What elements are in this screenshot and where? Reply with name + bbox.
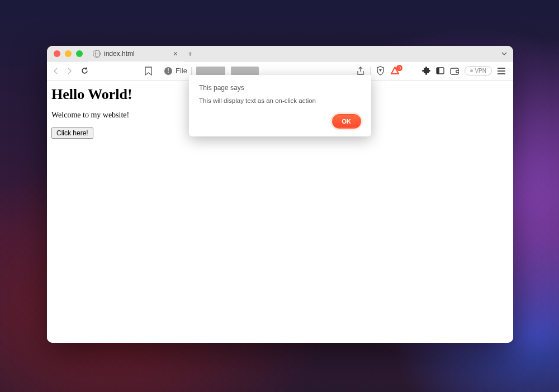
brave-rewards-icon[interactable]: 0 <box>390 67 400 75</box>
share-icon[interactable] <box>357 67 364 75</box>
minimize-window-button[interactable] <box>65 50 72 57</box>
window-controls <box>54 50 83 57</box>
brave-badge: 0 <box>396 65 402 71</box>
site-info-icon[interactable]: ! <box>164 67 172 75</box>
alert-message: This will display text as an on-click ac… <box>199 97 361 104</box>
back-button[interactable] <box>51 68 60 74</box>
tabs-dropdown-button[interactable] <box>501 50 508 57</box>
menu-button[interactable] <box>498 68 505 74</box>
vpn-label: VPN <box>475 68 486 74</box>
close-tab-button[interactable]: × <box>173 50 178 58</box>
bookmark-icon[interactable] <box>145 67 152 75</box>
brave-shields-icon[interactable] <box>376 66 385 75</box>
browser-tab[interactable]: index.html × <box>88 46 183 62</box>
sidebar-icon[interactable] <box>436 67 444 74</box>
svg-rect-3 <box>456 70 459 73</box>
new-tab-button[interactable]: + <box>188 49 192 58</box>
divider <box>370 67 371 75</box>
reload-button[interactable] <box>78 67 91 75</box>
globe-icon <box>93 50 101 58</box>
forward-button[interactable] <box>65 68 74 74</box>
wallet-icon[interactable] <box>450 67 459 75</box>
vpn-status-dot <box>470 69 473 72</box>
alert-ok-button[interactable]: OK <box>332 114 362 129</box>
url-segment-redacted <box>196 67 225 75</box>
vpn-button[interactable]: VPN <box>465 66 492 75</box>
titlebar: index.html × + <box>47 46 513 62</box>
click-here-button[interactable]: Click here! <box>51 127 93 139</box>
url-segment-redacted <box>231 67 259 75</box>
fullscreen-window-button[interactable] <box>76 50 83 57</box>
close-window-button[interactable] <box>54 50 60 57</box>
tab-title: index.html <box>104 50 135 58</box>
javascript-alert-dialog: This page says This will display text as… <box>189 75 371 136</box>
extensions-icon[interactable] <box>422 67 430 75</box>
url-protocol: File <box>176 67 187 75</box>
alert-title: This page says <box>199 84 361 92</box>
address-bar[interactable]: ! File | <box>164 66 259 76</box>
svg-rect-1 <box>437 68 439 74</box>
